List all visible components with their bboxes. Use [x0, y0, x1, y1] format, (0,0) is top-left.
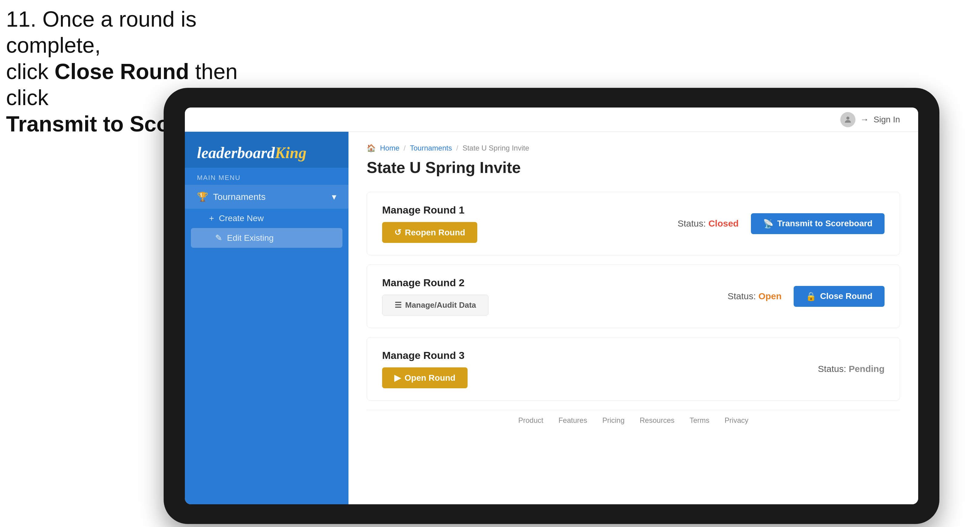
- breadcrumb-tournaments[interactable]: Tournaments: [410, 144, 452, 152]
- instruction-bold-close: Close Round: [54, 59, 189, 84]
- chevron-down-icon: ▾: [332, 191, 336, 202]
- content-area: 🏠 Home / Tournaments / State U Spring In…: [348, 132, 918, 504]
- edit-icon: ✎: [215, 233, 222, 243]
- footer-pricing[interactable]: Pricing: [603, 416, 625, 425]
- sign-in-icon: →: [860, 115, 869, 124]
- round-3-card: Manage Round 3 ▶ Open Round Status: Pend…: [367, 337, 900, 401]
- round-3-status-value: Pending: [849, 364, 885, 374]
- logo: leaderboardKing: [197, 144, 336, 162]
- round-3-title: Manage Round 3: [382, 349, 468, 361]
- breadcrumb-sep2: /: [456, 144, 458, 152]
- transmit-label: Transmit to Scoreboard: [777, 219, 872, 229]
- page-title: State U Spring Invite: [367, 159, 900, 176]
- transmit-icon: 📡: [763, 219, 774, 229]
- sidebar: leaderboardKing MAIN MENU 🏆 Tournaments …: [185, 132, 348, 504]
- close-round-button[interactable]: 🔒 Close Round: [794, 286, 885, 307]
- audit-icon: ☰: [395, 300, 401, 310]
- edit-existing-label: Edit Existing: [227, 233, 274, 243]
- round-3-status-label: Status: Pending: [818, 364, 885, 374]
- open-icon: ▶: [394, 373, 401, 383]
- round-2-left: Manage Round 2 ☰ Manage/Audit Data: [382, 277, 488, 316]
- manage-audit-label: Manage/Audit Data: [405, 300, 476, 310]
- round-2-title: Manage Round 2: [382, 277, 488, 289]
- footer: Product Features Pricing Resources Terms…: [367, 410, 900, 431]
- round-1-status-label: Status: Closed: [678, 218, 739, 229]
- round-2-status-value: Open: [759, 291, 782, 301]
- create-new-label: Create New: [219, 214, 264, 223]
- sidebar-item-edit-existing[interactable]: ✎ Edit Existing: [191, 228, 342, 248]
- round-2-right: Status: Open 🔒 Close Round: [727, 286, 885, 307]
- reopen-round-label: Reopen Round: [405, 228, 465, 237]
- home-icon: 🏠: [367, 144, 376, 152]
- round-1-card: Manage Round 1 ↺ Reopen Round Status: Cl…: [367, 192, 900, 255]
- footer-privacy[interactable]: Privacy: [725, 416, 748, 425]
- trophy-icon: 🏆: [197, 191, 208, 202]
- sidebar-item-create-new[interactable]: + Create New: [185, 209, 348, 228]
- round-3-left: Manage Round 3 ▶ Open Round: [382, 349, 468, 388]
- logo-king: King: [275, 144, 306, 162]
- breadcrumb-sep1: /: [404, 144, 406, 152]
- svg-point-2: [846, 117, 850, 120]
- close-round-label: Close Round: [820, 291, 872, 301]
- footer-resources[interactable]: Resources: [640, 416, 675, 425]
- round-2-status-label: Status: Open: [727, 291, 781, 302]
- avatar: [840, 112, 856, 127]
- open-round-label: Open Round: [404, 373, 455, 383]
- round-1-right: Status: Closed 📡 Transmit to Scoreboard: [678, 213, 885, 234]
- main-area: leaderboardKing MAIN MENU 🏆 Tournaments …: [185, 132, 918, 504]
- round-1-title: Manage Round 1: [382, 204, 477, 216]
- round-2-card: Manage Round 2 ☰ Manage/Audit Data Statu…: [367, 264, 900, 328]
- round-3-right: Status: Pending: [818, 364, 885, 374]
- breadcrumb-current: State U Spring Invite: [463, 144, 529, 152]
- transmit-to-scoreboard-button[interactable]: 📡 Transmit to Scoreboard: [751, 213, 885, 234]
- tablet-screen: → Sign In leaderboardKing MAIN MENU 🏆 To…: [185, 108, 918, 504]
- tablet-device: → Sign In leaderboardKing MAIN MENU 🏆 To…: [164, 88, 939, 524]
- sign-in-label[interactable]: Sign In: [873, 115, 900, 124]
- sidebar-logo: leaderboardKing: [185, 132, 348, 168]
- round-1-status-value: Closed: [708, 218, 739, 229]
- manage-audit-data-button[interactable]: ☰ Manage/Audit Data: [382, 295, 488, 316]
- round-1-left: Manage Round 1 ↺ Reopen Round: [382, 204, 477, 243]
- reopen-round-button[interactable]: ↺ Reopen Round: [382, 222, 477, 243]
- close-icon: 🔒: [806, 291, 816, 302]
- reopen-icon: ↺: [394, 227, 401, 237]
- sidebar-item-tournaments[interactable]: 🏆 Tournaments ▾: [185, 185, 348, 209]
- main-menu-label: MAIN MENU: [185, 168, 348, 185]
- footer-features[interactable]: Features: [558, 416, 587, 425]
- plus-icon: +: [209, 214, 214, 223]
- breadcrumb: 🏠 Home / Tournaments / State U Spring In…: [367, 144, 900, 152]
- footer-terms[interactable]: Terms: [690, 416, 710, 425]
- top-bar: → Sign In: [185, 108, 918, 132]
- breadcrumb-home[interactable]: Home: [380, 144, 399, 152]
- footer-product[interactable]: Product: [518, 416, 543, 425]
- open-round-button[interactable]: ▶ Open Round: [382, 367, 468, 388]
- logo-leaderboard: leaderboard: [197, 144, 275, 162]
- sign-in-area[interactable]: → Sign In: [840, 112, 900, 127]
- tournaments-label: Tournaments: [213, 192, 266, 202]
